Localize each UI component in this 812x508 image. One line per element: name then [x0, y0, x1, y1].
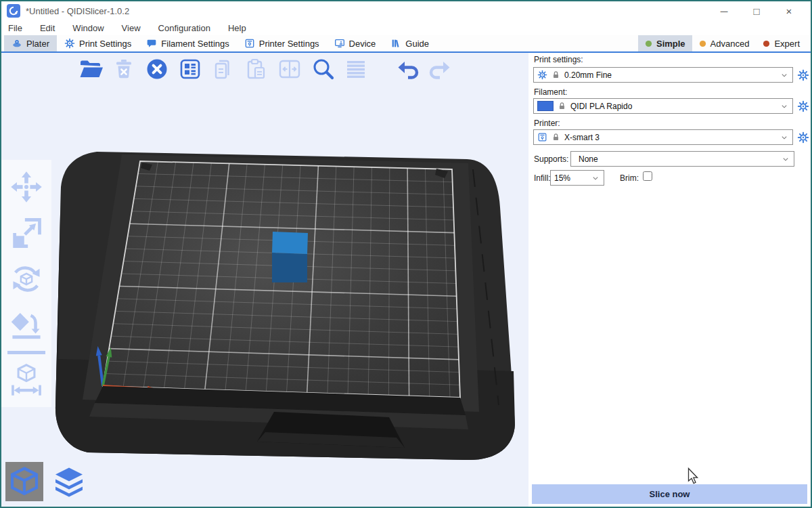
tab-filament-settings[interactable]: Filament Settings	[139, 35, 236, 51]
model-cube[interactable]	[272, 253, 307, 282]
move-icon	[9, 169, 44, 205]
cube-icon	[8, 465, 41, 498]
printer-bed-scene	[1, 53, 528, 507]
advanced-dot-icon	[699, 40, 706, 47]
gear-icon	[64, 38, 75, 49]
place-on-face-button[interactable]	[7, 305, 46, 345]
variable-layer-height-button[interactable]	[342, 56, 369, 83]
paste-icon	[244, 56, 269, 82]
plater-icon	[12, 38, 22, 49]
chevron-down-icon	[780, 133, 789, 142]
printer-icon	[244, 38, 255, 49]
lock-icon	[551, 70, 560, 79]
split-objects-button[interactable]	[276, 56, 303, 83]
left-toolbar	[1, 160, 51, 407]
gear-icon	[797, 100, 809, 112]
menu-view[interactable]: View	[122, 23, 141, 33]
menu-file[interactable]: File	[8, 23, 22, 33]
app-window: *Untitled - QIDISlicer-1.0.2 ─ □ × File …	[0, 0, 812, 508]
move-button[interactable]	[7, 167, 46, 207]
tab-printer-settings[interactable]: Printer Settings	[237, 35, 327, 51]
edit-filament-button[interactable]	[797, 100, 809, 112]
mode-expert[interactable]: Expert	[756, 35, 807, 51]
expert-dot-icon	[763, 40, 770, 47]
menu-configuration[interactable]: Configuration	[158, 23, 210, 33]
maximize-button[interactable]: □	[740, 1, 773, 20]
search-button[interactable]	[309, 56, 336, 83]
chevron-down-icon	[780, 70, 789, 80]
edit-printer-button[interactable]	[797, 131, 809, 144]
supports-combo[interactable]: None	[570, 151, 794, 167]
delete-button[interactable]	[110, 56, 137, 83]
redo-button[interactable]	[427, 56, 454, 83]
mode-simple[interactable]: Simple	[638, 35, 692, 51]
viewport-3d[interactable]	[1, 53, 528, 507]
filament-label: Filament:	[534, 87, 567, 97]
app-logo-icon	[7, 4, 20, 18]
minimize-button[interactable]: ─	[708, 1, 740, 20]
redo-icon	[428, 56, 453, 82]
chevron-down-icon	[591, 173, 600, 183]
copy-icon	[210, 56, 236, 82]
rotate-button[interactable]	[7, 259, 46, 299]
circle-x-icon	[144, 56, 170, 82]
flatten-icon	[9, 308, 44, 343]
layers-icon	[53, 465, 85, 498]
copy-button[interactable]	[210, 56, 237, 83]
window-title: *Untitled - QIDISlicer-1.0.2	[26, 6, 129, 16]
gear-icon	[797, 69, 809, 81]
printer-combo[interactable]: X-smart 3	[533, 129, 793, 145]
infill-combo[interactable]: 15%	[550, 170, 604, 186]
edit-print-settings-button[interactable]	[797, 69, 809, 81]
filament-combo[interactable]: QIDI PLA Rapido	[533, 98, 793, 114]
tab-device[interactable]: Device	[327, 35, 384, 51]
print-settings-combo[interactable]: 0.20mm Fine	[533, 67, 793, 83]
brim-checkbox[interactable]	[643, 171, 652, 181]
trash-icon	[111, 56, 137, 82]
width-cube-icon	[9, 362, 44, 398]
gear-icon	[797, 131, 809, 144]
slice-now-button[interactable]: Slice now	[532, 484, 807, 504]
settings-sidebar: Print settings: 0.20mm Fine Filament: QI…	[528, 53, 811, 507]
menu-window[interactable]: Window	[72, 23, 104, 33]
books-icon	[390, 38, 401, 49]
open-button[interactable]	[77, 56, 104, 83]
layer-lines-icon	[343, 56, 369, 82]
chevron-down-icon	[781, 154, 790, 164]
title-bar: *Untitled - QIDISlicer-1.0.2 ─ □ ×	[1, 1, 811, 20]
menu-help[interactable]: Help	[228, 23, 246, 33]
infill-label: Infill:	[534, 173, 551, 183]
gear-icon	[537, 70, 547, 80]
delete-all-button[interactable]	[143, 56, 171, 83]
chevron-down-icon	[780, 102, 789, 111]
monitor-icon	[334, 38, 345, 49]
search-icon	[310, 56, 336, 82]
split-icon	[277, 56, 302, 82]
print-settings-label: Print settings:	[534, 55, 583, 64]
model-cube[interactable]	[272, 232, 308, 254]
undo-icon	[394, 56, 420, 82]
simple-dot-icon	[645, 40, 652, 47]
close-button[interactable]: ×	[773, 1, 805, 20]
printer-label: Printer:	[534, 119, 560, 128]
lock-icon	[551, 133, 560, 142]
scale-button[interactable]	[7, 213, 46, 253]
rotate-icon	[9, 261, 44, 297]
preview-view-button[interactable]	[50, 462, 88, 501]
menu-edit[interactable]: Edit	[40, 23, 55, 33]
toolbar-divider	[7, 351, 45, 354]
tab-plater[interactable]: Plater	[4, 35, 57, 51]
tab-guide[interactable]: Guide	[383, 35, 436, 51]
mode-advanced[interactable]: Advanced	[692, 35, 757, 51]
scale-icon	[9, 215, 44, 251]
editor-view-button[interactable]	[5, 462, 43, 501]
tab-print-settings[interactable]: Print Settings	[57, 35, 139, 51]
open-folder-icon	[78, 56, 104, 82]
arrange-button[interactable]	[177, 56, 204, 83]
scale-to-fit-button[interactable]	[7, 360, 46, 400]
tab-bar: Plater Print Settings Filament Settings …	[1, 35, 811, 53]
top-toolbar	[77, 56, 454, 83]
mode-switcher: Simple Advanced Expert	[638, 35, 807, 51]
paste-button[interactable]	[243, 56, 270, 83]
undo-button[interactable]	[394, 56, 421, 83]
